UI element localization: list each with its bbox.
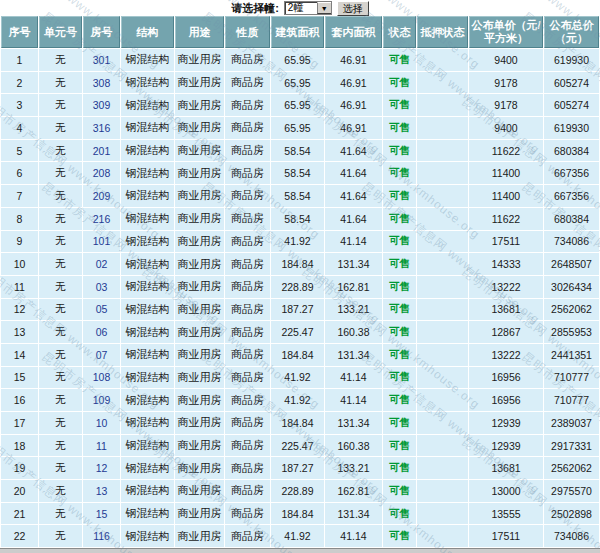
cell-room[interactable]: 101 — [83, 231, 120, 253]
cell-unit: 无 — [39, 389, 82, 411]
column-header: 性质 — [225, 16, 270, 48]
cell-total_price: 619930 — [544, 49, 599, 71]
cell-total_price: 2389037 — [544, 412, 599, 434]
listings-table: 序号单元号房号结构用途性质建筑面积套内面积状态抵押状态公布单价（元/平方米）公布… — [0, 15, 600, 548]
cell-status: 可售 — [383, 140, 416, 162]
cell-unit: 无 — [39, 49, 82, 71]
cell-room[interactable]: 316 — [83, 117, 120, 139]
cell-usage: 商业用房 — [175, 231, 224, 253]
cell-room[interactable]: 06 — [83, 321, 120, 343]
cell-room[interactable]: 13 — [83, 480, 120, 502]
cell-unit: 无 — [39, 276, 82, 298]
cell-room[interactable]: 208 — [83, 162, 120, 184]
cell-total_price: 734086 — [544, 231, 599, 253]
cell-total_price: 605274 — [544, 72, 599, 94]
cell-room[interactable]: 05 — [83, 299, 120, 321]
cell-usage: 商业用房 — [175, 49, 224, 71]
cell-status: 可售 — [383, 253, 416, 275]
cell-room[interactable]: 309 — [83, 94, 120, 116]
cell-nature: 商品房 — [225, 140, 270, 162]
cell-structure: 钢混结构 — [121, 117, 174, 139]
table-header-row: 序号单元号房号结构用途性质建筑面积套内面积状态抵押状态公布单价（元/平方米）公布… — [1, 16, 599, 48]
cell-unit_price: 17511 — [469, 231, 543, 253]
cell-mortgage — [417, 140, 468, 162]
cell-nature: 商品房 — [225, 162, 270, 184]
cell-area: 65.95 — [271, 49, 324, 71]
cell-area: 58.54 — [271, 140, 324, 162]
cell-nature: 商品房 — [225, 299, 270, 321]
cell-nature: 商品房 — [225, 72, 270, 94]
cell-unit: 无 — [39, 162, 82, 184]
cell-room[interactable]: 15 — [83, 503, 120, 525]
cell-unit: 无 — [39, 367, 82, 389]
chevron-down-icon[interactable]: ▼ — [317, 2, 331, 14]
building-select[interactable]: 2幢 ▼ — [284, 1, 332, 15]
cell-structure: 钢混结构 — [121, 367, 174, 389]
cell-room[interactable]: 216 — [83, 208, 120, 230]
cell-mortgage — [417, 299, 468, 321]
cell-room[interactable]: 11 — [83, 435, 120, 457]
cell-room[interactable]: 108 — [83, 367, 120, 389]
cell-mortgage — [417, 367, 468, 389]
cell-usage: 商业用房 — [175, 480, 224, 502]
cell-total_price: 2502898 — [544, 503, 599, 525]
cell-room[interactable]: 10 — [83, 412, 120, 434]
cell-room[interactable]: 116 — [83, 525, 120, 547]
cell-status: 可售 — [383, 367, 416, 389]
cell-inner_area: 133.21 — [325, 457, 382, 479]
cell-inner_area: 131.34 — [325, 253, 382, 275]
cell-nature: 商品房 — [225, 49, 270, 71]
cell-unit_price: 13681 — [469, 457, 543, 479]
cell-seq: 12 — [1, 299, 38, 321]
select-button[interactable]: 选择 — [337, 1, 369, 16]
cell-unit: 无 — [39, 72, 82, 94]
cell-area: 65.95 — [271, 117, 324, 139]
cell-room[interactable]: 301 — [83, 49, 120, 71]
column-header: 建筑面积 — [271, 16, 324, 48]
cell-usage: 商业用房 — [175, 503, 224, 525]
cell-room[interactable]: 201 — [83, 140, 120, 162]
cell-room[interactable]: 109 — [83, 389, 120, 411]
cell-mortgage — [417, 94, 468, 116]
cell-mortgage — [417, 344, 468, 366]
column-header: 用途 — [175, 16, 224, 48]
cell-mortgage — [417, 503, 468, 525]
cell-area: 184.84 — [271, 344, 324, 366]
cell-room[interactable]: 12 — [83, 457, 120, 479]
cell-area: 41.92 — [271, 525, 324, 547]
cell-unit: 无 — [39, 480, 82, 502]
cell-unit: 无 — [39, 525, 82, 547]
cell-inner_area: 41.64 — [325, 162, 382, 184]
cell-inner_area: 41.14 — [325, 367, 382, 389]
cell-unit_price: 11622 — [469, 140, 543, 162]
cell-nature: 商品房 — [225, 480, 270, 502]
cell-inner_area: 131.34 — [325, 344, 382, 366]
table-row: 12无05钢混结构商业用房商品房187.27133.21可售1368125620… — [1, 299, 599, 321]
cell-unit: 无 — [39, 344, 82, 366]
cell-usage: 商业用房 — [175, 276, 224, 298]
column-header: 结构 — [121, 16, 174, 48]
cell-room[interactable]: 02 — [83, 253, 120, 275]
cell-room[interactable]: 308 — [83, 72, 120, 94]
cell-mortgage — [417, 231, 468, 253]
cell-room[interactable]: 07 — [83, 344, 120, 366]
cell-unit: 无 — [39, 457, 82, 479]
cell-seq: 15 — [1, 367, 38, 389]
cell-status: 可售 — [383, 344, 416, 366]
cell-total_price: 734086 — [544, 525, 599, 547]
cell-room[interactable]: 209 — [83, 185, 120, 207]
cell-room[interactable]: 03 — [83, 276, 120, 298]
cell-nature: 商品房 — [225, 276, 270, 298]
cell-unit_price: 12867 — [469, 321, 543, 343]
cell-usage: 商业用房 — [175, 253, 224, 275]
cell-area: 187.27 — [271, 299, 324, 321]
cell-structure: 钢混结构 — [121, 140, 174, 162]
cell-seq: 16 — [1, 389, 38, 411]
cell-seq: 22 — [1, 525, 38, 547]
cell-structure: 钢混结构 — [121, 503, 174, 525]
cell-total_price: 667356 — [544, 185, 599, 207]
cell-nature: 商品房 — [225, 503, 270, 525]
cell-nature: 商品房 — [225, 412, 270, 434]
cell-seq: 20 — [1, 480, 38, 502]
cell-structure: 钢混结构 — [121, 344, 174, 366]
